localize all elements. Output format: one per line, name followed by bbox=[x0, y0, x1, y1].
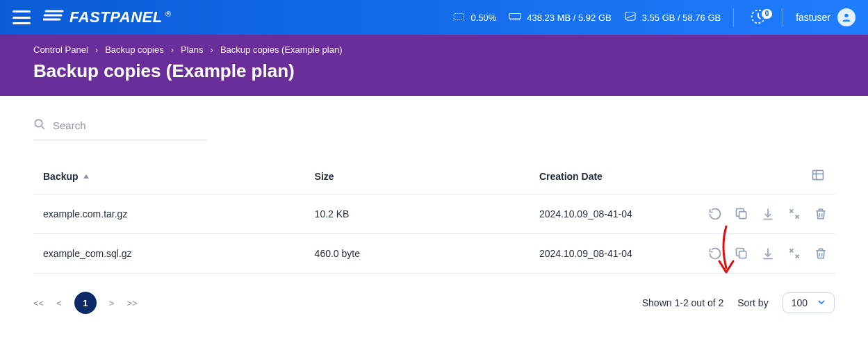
column-label: Backup bbox=[43, 171, 79, 182]
cpu-icon bbox=[452, 12, 465, 24]
brand-name: FASTPANEL bbox=[69, 8, 163, 26]
disk-stat: 3.55 GB / 58.76 GB bbox=[624, 12, 721, 24]
username-label: fastuser bbox=[796, 12, 830, 23]
cell-backup-name: example.com.tar.gz bbox=[33, 194, 308, 234]
chevron-right-icon: › bbox=[211, 44, 213, 55]
page-first-button[interactable]: << bbox=[33, 298, 44, 308]
cell-size: 10.2 KB bbox=[308, 194, 532, 234]
disk-value: 3.55 GB / 58.76 GB bbox=[642, 13, 721, 23]
table-row: example_com.sql.gz460.0 byte2024.10.09_0… bbox=[33, 234, 835, 274]
page-current[interactable]: 1 bbox=[74, 292, 97, 314]
column-header-backup[interactable]: Backup bbox=[43, 171, 90, 182]
topbar: FASTPANEL ® 0.50% 438.23 MB / 5.92 GB 3.… bbox=[0, 0, 868, 35]
copy-button[interactable] bbox=[735, 247, 748, 260]
memory-icon bbox=[509, 12, 521, 24]
svg-rect-7 bbox=[739, 251, 746, 258]
cell-created: 2024.10.09_08-41-04 bbox=[532, 234, 701, 274]
restore-button[interactable] bbox=[708, 207, 722, 221]
svg-rect-1 bbox=[509, 13, 521, 19]
table-row: example.com.tar.gz10.2 KB2024.10.09_08-4… bbox=[33, 194, 835, 234]
divider bbox=[783, 8, 783, 26]
disk-icon bbox=[624, 12, 637, 24]
chevron-right-icon: › bbox=[95, 44, 98, 55]
breadcrumb-item[interactable]: Backup copies bbox=[105, 44, 164, 55]
cell-created: 2024.10.09_08-41-04 bbox=[532, 194, 701, 234]
sort-asc-icon bbox=[83, 171, 90, 182]
svg-rect-0 bbox=[455, 13, 464, 19]
column-header-size[interactable]: Size bbox=[308, 158, 532, 194]
page-next-button[interactable]: > bbox=[109, 298, 115, 308]
user-menu[interactable]: fastuser bbox=[796, 8, 855, 26]
page-title: Backup copies (Example plan) bbox=[33, 60, 835, 82]
memory-stat: 438.23 MB / 5.92 GB bbox=[509, 12, 611, 24]
divider bbox=[733, 8, 734, 26]
search-field[interactable] bbox=[33, 115, 207, 140]
breadcrumb-item[interactable]: Backup copies (Example plan) bbox=[220, 44, 343, 55]
partial-restore-button[interactable] bbox=[787, 247, 801, 260]
sort-by-label: Sort by bbox=[737, 297, 768, 308]
brand-logo-icon bbox=[43, 8, 67, 26]
delete-button[interactable] bbox=[814, 207, 828, 221]
cell-size: 460.0 byte bbox=[308, 234, 532, 274]
column-label: Creation Date bbox=[539, 171, 603, 182]
table-footer: << < 1 > >> Shown 1-2 out of 2 Sort by 1… bbox=[33, 292, 835, 314]
svg-point-4 bbox=[35, 119, 42, 127]
search-icon bbox=[33, 118, 46, 133]
memory-value: 438.23 MB / 5.92 GB bbox=[527, 13, 611, 23]
svg-rect-5 bbox=[813, 170, 824, 179]
copy-button[interactable] bbox=[735, 207, 748, 221]
brand-reg: ® bbox=[165, 10, 172, 18]
chevron-down-icon bbox=[817, 297, 826, 308]
row-actions bbox=[708, 247, 828, 260]
svg-point-3 bbox=[844, 14, 848, 17]
page-last-button[interactable]: >> bbox=[126, 298, 137, 308]
cpu-stat: 0.50% bbox=[452, 12, 496, 24]
view-toggle-button[interactable] bbox=[811, 168, 825, 182]
cpu-value: 0.50% bbox=[470, 13, 496, 23]
partial-restore-button[interactable] bbox=[787, 207, 801, 221]
download-button[interactable] bbox=[761, 207, 775, 221]
pagination: << < 1 > >> bbox=[33, 292, 138, 314]
menu-toggle-button[interactable] bbox=[13, 10, 31, 24]
delete-button[interactable] bbox=[814, 247, 828, 260]
column-label: Size bbox=[315, 171, 334, 182]
table-header-row: Backup Size Creation Date bbox=[33, 158, 835, 194]
chevron-right-icon: › bbox=[171, 44, 174, 55]
svg-rect-6 bbox=[739, 212, 746, 219]
tasks-button[interactable]: 0 bbox=[746, 8, 770, 28]
page-header: Control Panel › Backup copies › Plans › … bbox=[0, 35, 868, 96]
backups-table: Backup Size Creation Date bbox=[33, 158, 835, 274]
page-size-select[interactable]: 100 bbox=[783, 292, 835, 313]
tasks-count-badge: 0 bbox=[762, 9, 773, 19]
page-size-value: 100 bbox=[792, 297, 808, 308]
shown-count-label: Shown 1-2 out of 2 bbox=[642, 297, 724, 308]
brand-logo[interactable]: FASTPANEL ® bbox=[43, 8, 171, 26]
cell-backup-name: example_com.sql.gz bbox=[33, 234, 308, 274]
row-actions bbox=[708, 207, 828, 221]
user-avatar-icon bbox=[837, 8, 855, 26]
column-header-created[interactable]: Creation Date bbox=[532, 158, 701, 194]
content: Backup Size Creation Date bbox=[0, 96, 868, 342]
search-input[interactable] bbox=[53, 119, 207, 131]
breadcrumb: Control Panel › Backup copies › Plans › … bbox=[33, 44, 835, 55]
restore-button[interactable] bbox=[708, 247, 722, 260]
download-button[interactable] bbox=[761, 247, 775, 260]
breadcrumb-item[interactable]: Control Panel bbox=[33, 44, 88, 55]
breadcrumb-item[interactable]: Plans bbox=[181, 44, 204, 55]
page-prev-button[interactable]: < bbox=[56, 298, 62, 308]
